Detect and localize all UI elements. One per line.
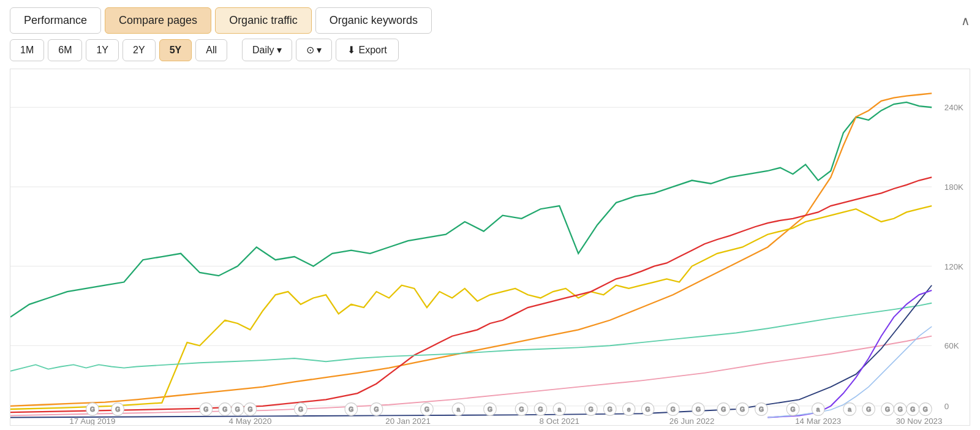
time-1y[interactable]: 1Y bbox=[86, 39, 119, 61]
svg-text:G: G bbox=[721, 406, 726, 413]
time-5y[interactable]: 5Y bbox=[159, 39, 192, 61]
svg-text:a: a bbox=[557, 406, 561, 413]
svg-text:G: G bbox=[589, 406, 594, 413]
svg-text:17 Aug 2019: 17 Aug 2019 bbox=[69, 417, 115, 425]
svg-text:a: a bbox=[457, 406, 461, 413]
svg-text:0: 0 bbox=[944, 402, 949, 411]
tab-performance[interactable]: Performance bbox=[10, 7, 101, 34]
svg-text:e: e bbox=[627, 406, 631, 413]
time-1m[interactable]: 1M bbox=[10, 39, 44, 61]
svg-text:G: G bbox=[885, 406, 890, 413]
svg-text:14 Mar 2023: 14 Mar 2023 bbox=[795, 417, 841, 425]
svg-text:a: a bbox=[848, 406, 851, 413]
controls-row: 1M 6M 1Y 2Y 5Y All Daily ▾ ⊙ ▾ ⬇ Export bbox=[10, 39, 970, 61]
svg-text:G: G bbox=[608, 406, 612, 413]
svg-text:30 Nov 2023: 30 Nov 2023 bbox=[896, 417, 943, 425]
svg-text:240K: 240K bbox=[944, 103, 963, 112]
svg-text:180K: 180K bbox=[944, 183, 963, 192]
svg-text:G: G bbox=[866, 406, 871, 413]
dropdown-arrow-icon: ▾ bbox=[277, 44, 282, 56]
svg-text:G: G bbox=[519, 406, 524, 413]
tab-compare-pages[interactable]: Compare pages bbox=[105, 7, 211, 34]
chart-svg: G G G G G G G G G G bbox=[10, 69, 970, 425]
svg-text:4 May 2020: 4 May 2020 bbox=[229, 417, 272, 425]
svg-text:G: G bbox=[791, 406, 796, 413]
svg-text:G: G bbox=[538, 406, 543, 413]
svg-text:G: G bbox=[374, 406, 379, 413]
svg-text:60K: 60K bbox=[944, 341, 959, 350]
svg-text:G: G bbox=[696, 406, 701, 413]
tab-organic-keywords[interactable]: Organic keywords bbox=[315, 7, 432, 34]
svg-text:G: G bbox=[203, 406, 208, 413]
svg-text:G: G bbox=[740, 406, 745, 413]
time-all[interactable]: All bbox=[195, 39, 227, 61]
svg-text:G: G bbox=[898, 406, 903, 413]
export-icon: ⬇ bbox=[347, 44, 355, 56]
svg-text:8 Oct 2021: 8 Oct 2021 bbox=[540, 417, 579, 425]
svg-text:26 Jun 2022: 26 Jun 2022 bbox=[669, 417, 715, 425]
comment-dropdown[interactable]: ⊙ ▾ bbox=[296, 39, 332, 61]
svg-text:20 Jan 2021: 20 Jan 2021 bbox=[385, 417, 431, 425]
svg-text:a: a bbox=[816, 406, 820, 413]
svg-text:120K: 120K bbox=[944, 262, 963, 271]
svg-text:G: G bbox=[298, 406, 303, 413]
svg-text:G: G bbox=[247, 406, 252, 413]
export-button[interactable]: ⬇ Export bbox=[336, 39, 399, 61]
svg-text:G: G bbox=[235, 406, 240, 413]
svg-text:G: G bbox=[759, 406, 764, 413]
svg-text:G: G bbox=[222, 406, 227, 413]
svg-text:G: G bbox=[90, 406, 95, 413]
svg-text:G: G bbox=[349, 406, 353, 413]
main-container: Performance Compare pages Organic traffi… bbox=[0, 0, 980, 430]
svg-text:G: G bbox=[910, 406, 915, 413]
tab-organic-traffic[interactable]: Organic traffic bbox=[215, 7, 312, 34]
svg-text:G: G bbox=[488, 406, 492, 413]
tabs-row: Performance Compare pages Organic traffi… bbox=[10, 7, 970, 34]
svg-text:G: G bbox=[115, 406, 120, 413]
svg-text:G: G bbox=[424, 406, 429, 413]
tabs-left: Performance Compare pages Organic traffi… bbox=[10, 7, 432, 34]
svg-text:G: G bbox=[923, 406, 928, 413]
comment-dropdown-arrow-icon: ▾ bbox=[317, 44, 322, 56]
svg-text:G: G bbox=[646, 406, 650, 413]
daily-dropdown[interactable]: Daily ▾ bbox=[242, 39, 292, 61]
time-6m[interactable]: 6M bbox=[48, 39, 82, 61]
comment-icon: ⊙ bbox=[306, 44, 314, 56]
svg-text:G: G bbox=[671, 406, 676, 413]
chart-area: G G G G G G G G G G bbox=[10, 69, 970, 426]
time-2y[interactable]: 2Y bbox=[123, 39, 156, 61]
chevron-up-icon[interactable]: ∧ bbox=[961, 13, 970, 28]
